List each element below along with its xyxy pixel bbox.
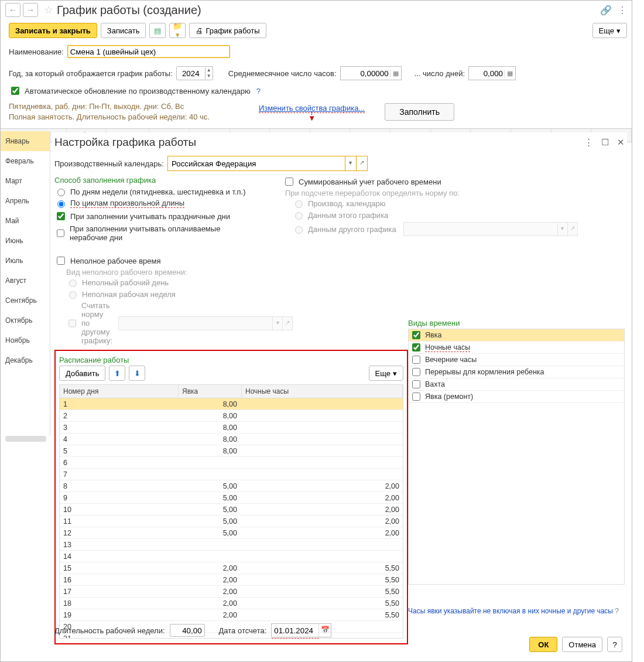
table-row[interactable]: 172,005,50	[60, 586, 403, 598]
scrollbar[interactable]	[5, 436, 46, 442]
fill-method-title: Способ заполнения графика	[54, 175, 259, 186]
save-button[interactable]: Записать	[101, 23, 146, 38]
bottom-row: Длительность рабочей недели: Дата отсчет…	[54, 623, 331, 637]
avg-hours-input[interactable]: ▦	[340, 66, 402, 80]
time-type-row[interactable]: Вахта	[409, 378, 624, 391]
table-row[interactable]: 105,002,00	[60, 504, 403, 516]
time-type-checkbox[interactable]	[412, 343, 420, 352]
chevron-down-icon[interactable]: ▾	[345, 156, 356, 170]
print-button[interactable]: 🖨 График работы	[189, 23, 266, 38]
time-type-checkbox[interactable]	[412, 368, 420, 376]
table-row[interactable]: 7	[60, 469, 403, 480]
link-icon[interactable]: 🔗	[600, 5, 612, 16]
calendar-icon[interactable]: 📅	[318, 624, 331, 637]
radio-weekdays[interactable]: По дням недели (пятидневка, шестидневка …	[54, 186, 259, 197]
month-Апрель[interactable]: Апрель	[1, 191, 50, 211]
month-Март[interactable]: Март	[1, 171, 50, 191]
month-Июль[interactable]: Июль	[1, 251, 50, 271]
table-row[interactable]: 125,002,00	[60, 527, 403, 539]
checkbox-part-time[interactable]: Неполное рабочее время	[54, 254, 259, 268]
calendar-label: Производственный календарь:	[54, 159, 164, 168]
month-Февраль[interactable]: Февраль	[1, 151, 50, 171]
months-sidebar: ЯнварьФевральМартАпрельМайИюньИюльАвгуст…	[1, 131, 50, 436]
schedule-title: Расписание работы	[59, 354, 403, 366]
checkbox-holidays[interactable]: При заполнении учитывать праздничные дни	[54, 209, 259, 223]
table-row[interactable]: 85,002,00	[60, 480, 403, 492]
add-button[interactable]: Добавить	[59, 366, 105, 381]
close-icon[interactable]: ✕	[617, 137, 625, 148]
folder-dropdown-button[interactable]: 📁▾	[169, 23, 186, 38]
ok-button[interactable]: ОК	[529, 637, 557, 652]
save-close-button[interactable]: Записать и закрыть	[9, 23, 97, 38]
back-button[interactable]: ←	[5, 3, 20, 17]
more-button[interactable]: Еще ▾	[369, 366, 403, 381]
start-date-label: Дата отсчета:	[219, 626, 267, 635]
auto-update-checkbox[interactable]	[11, 87, 19, 95]
days-input[interactable]: ▦	[468, 66, 516, 80]
part-kind-label: Вид неполного рабочего времени:	[54, 268, 259, 277]
list-icon-button[interactable]: ▤	[149, 23, 166, 38]
table-row[interactable]: 58,00	[60, 445, 403, 457]
name-input[interactable]	[67, 45, 230, 58]
time-type-row[interactable]: Ночные часы	[409, 342, 624, 354]
open-icon[interactable]: ↗	[356, 156, 367, 170]
week-length-input[interactable]	[170, 624, 205, 637]
favorite-icon[interactable]: ☆	[44, 4, 53, 16]
move-down-button[interactable]: ⬇	[129, 366, 145, 381]
month-Январь[interactable]: Январь	[1, 131, 50, 151]
time-type-row[interactable]: Перерывы для кормления ребенка	[409, 366, 624, 378]
checkbox-paid-days[interactable]: При заполнении учитывать оплачиваемые не…	[54, 223, 259, 243]
table-row[interactable]: 28,00	[60, 410, 403, 422]
time-type-row[interactable]: Явка	[409, 329, 624, 342]
time-type-row[interactable]: Вечерние часы	[409, 354, 624, 366]
table-row[interactable]: 192,005,50	[60, 609, 403, 621]
month-Октябрь[interactable]: Октябрь	[1, 310, 50, 330]
table-row[interactable]: 152,005,50	[60, 562, 403, 574]
time-type-row[interactable]: Явка (ремонт)	[409, 391, 624, 403]
calendar-select[interactable]: ▾ ↗	[167, 156, 368, 171]
table-row[interactable]: 13	[60, 539, 403, 551]
move-up-button[interactable]: ⬆	[109, 366, 125, 381]
time-types-section: Виды времени ЯвкаНочные часыВечерние час…	[408, 318, 625, 585]
help-icon[interactable]: ?	[615, 607, 619, 615]
table-row[interactable]: 115,002,00	[60, 516, 403, 527]
calc-icon[interactable]: ▦	[504, 70, 515, 77]
table-row[interactable]: 6	[60, 457, 403, 469]
time-type-checkbox[interactable]	[412, 356, 420, 364]
cancel-button[interactable]: Отмена	[562, 637, 602, 652]
table-row[interactable]: 48,00	[60, 434, 403, 445]
year-spinner[interactable]: ▲▼	[176, 66, 213, 80]
month-Ноябрь[interactable]: Ноябрь	[1, 330, 50, 350]
radio-this-graph: Данным этого графика	[283, 209, 625, 221]
radio-cycles[interactable]: По циклам произвольной длины	[54, 197, 259, 209]
month-Июнь[interactable]: Июнь	[1, 231, 50, 251]
table-row[interactable]: 14	[60, 551, 403, 562]
table-row[interactable]: 38,00	[60, 422, 403, 434]
table-row[interactable]: 182,005,50	[60, 598, 403, 609]
table-row[interactable]: 18,00	[60, 398, 403, 410]
month-Сентябрь[interactable]: Сентябрь	[1, 291, 50, 310]
schedule-table[interactable]: Номер дня Явка Ночные часы 18,0028,0038,…	[59, 384, 403, 639]
table-row[interactable]: 162,005,50	[60, 574, 403, 586]
maximize-icon[interactable]: ☐	[601, 137, 609, 148]
time-type-checkbox[interactable]	[412, 380, 420, 388]
help-icon[interactable]: ?	[256, 87, 261, 95]
checkbox-summed[interactable]: Суммированный учет рабочего времени	[283, 175, 625, 189]
month-Май[interactable]: Май	[1, 211, 50, 231]
time-type-checkbox[interactable]	[412, 393, 420, 401]
toolbar: Записать и закрыть Записать ▤ 📁▾ 🖨 Графи…	[1, 19, 632, 44]
fill-button[interactable]: Заполнить	[385, 103, 454, 121]
time-type-checkbox[interactable]	[412, 331, 420, 339]
more-button[interactable]: Еще ▾	[592, 23, 627, 38]
kebab-icon[interactable]: ⋮	[584, 137, 593, 148]
calc-icon[interactable]: ▦	[390, 70, 401, 77]
time-types-table[interactable]: ЯвкаНочные часыВечерние часыПерерывы для…	[408, 329, 625, 585]
month-Декабрь[interactable]: Декабрь	[1, 350, 50, 370]
start-date-input[interactable]: 📅	[271, 623, 331, 637]
days-label: ... число дней:	[415, 69, 465, 78]
table-row[interactable]: 95,002,00	[60, 492, 403, 504]
month-Август[interactable]: Август	[1, 271, 50, 291]
forward-button[interactable]: →	[23, 3, 38, 17]
kebab-icon[interactable]: ⋮	[618, 5, 627, 16]
help-button[interactable]: ?	[607, 637, 622, 652]
